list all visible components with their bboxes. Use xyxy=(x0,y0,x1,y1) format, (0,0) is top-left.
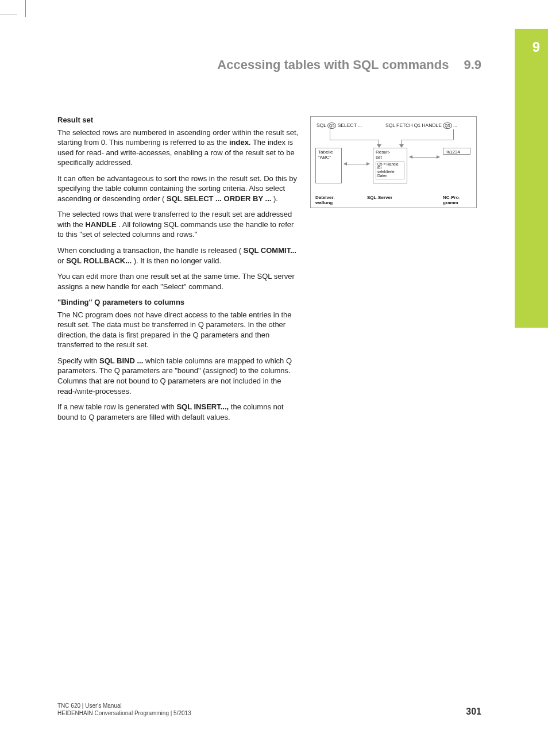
heading-binding: "Binding" Q parameters to columns xyxy=(57,297,299,308)
paragraph: You can edit more than one result set at… xyxy=(57,271,299,291)
text: If a new table row is generated with xyxy=(57,402,176,411)
text: When concluding a transaction, the handl… xyxy=(57,246,241,255)
q-circle-icon: Q5 xyxy=(443,122,451,129)
text: or xyxy=(57,256,66,265)
diagram-line xyxy=(453,129,454,140)
text: Specify with xyxy=(57,356,99,365)
chapter-tab: 9 xyxy=(515,29,548,328)
text-bold: SQL COMMIT... xyxy=(244,246,296,255)
diagram-box-handle: Q5 = Handle für selektierte Daten xyxy=(376,162,404,179)
header-title: Accessing tables with SQL commands xyxy=(217,57,449,72)
double-arrow-icon xyxy=(344,164,369,164)
text: SQL FETCH Q1 HANDLE xyxy=(385,122,443,128)
footer-line-2: HEIDENHAIN Conversational Programming | … xyxy=(57,709,191,717)
page-footer: TNC 620 | User's Manual HEIDENHAIN Conve… xyxy=(57,702,481,717)
double-arrow-icon xyxy=(410,157,439,158)
page-header: Accessing tables with SQL commands 9.9 xyxy=(57,57,481,72)
diagram-line xyxy=(330,140,379,140)
diagram-line xyxy=(401,140,453,140)
paragraph: The NC program does not have direct acce… xyxy=(57,310,299,350)
crop-mark-h xyxy=(0,14,17,14)
diagram-top-left-label: SQL Q5 SELECT ... xyxy=(317,122,362,129)
diagram-top-right-label: SQL FETCH Q1 HANDLE Q5 ... xyxy=(385,122,457,129)
text: ... xyxy=(452,122,457,128)
crop-mark-v xyxy=(25,0,26,17)
text: Result- set xyxy=(376,150,404,160)
text-bold: HANDLE xyxy=(85,220,116,229)
diagram-box-program: %1234 xyxy=(443,148,470,155)
text-column: Result set The selected rows are numbere… xyxy=(57,115,299,428)
text-bold: SQL ROLLBACK... xyxy=(66,256,132,265)
paragraph: The selected rows are numbered in ascend… xyxy=(57,128,299,168)
paragraph: When concluding a transaction, the handl… xyxy=(57,245,299,266)
diagram-label-dateiverwaltung: Dateiver- waltung xyxy=(315,195,335,205)
chapter-number: 9 xyxy=(532,39,540,55)
text: SQL xyxy=(317,122,327,128)
diagram-box-resultset: Result- set Q5 = Handle für selektierte … xyxy=(373,148,407,183)
text-bold: SQL INSERT..., xyxy=(176,402,229,411)
diagram-label-ncprogramm: NC-Pro- gramm xyxy=(443,195,460,205)
paragraph: Specify with SQL BIND ... which table co… xyxy=(57,356,299,396)
header-section: 9.9 xyxy=(464,57,481,72)
sql-diagram: SQL Q5 SELECT ... SQL FETCH Q1 HANDLE Q5… xyxy=(310,116,477,208)
diagram-label-sqlserver: SQL-Server xyxy=(367,195,392,200)
diagram-box-table: Tabelle "ABC" xyxy=(315,148,342,183)
text: SELECT ... xyxy=(336,122,362,128)
page: 9 Accessing tables with SQL commands 9.9… xyxy=(0,0,548,756)
page-number: 301 xyxy=(466,707,481,717)
footer-left: TNC 620 | User's Manual HEIDENHAIN Conve… xyxy=(57,702,191,717)
footer-line-1: TNC 620 | User's Manual xyxy=(57,702,191,709)
text-bold: SQL BIND ... xyxy=(99,356,143,365)
text-bold: index. xyxy=(229,138,251,147)
paragraph: It can often be advantageous to sort the… xyxy=(57,174,299,204)
text: ). It is then no longer valid. xyxy=(134,256,221,265)
paragraph: The selected rows that were transferred … xyxy=(57,209,299,240)
figure-column: SQL Q5 SELECT ... SQL FETCH Q1 HANDLE Q5… xyxy=(310,115,477,428)
q-circle-icon: Q5 xyxy=(327,122,336,129)
text-bold: SQL SELECT ... ORDER BY ... xyxy=(167,194,271,203)
paragraph: If a new table row is generated with SQL… xyxy=(57,402,299,422)
diagram-line xyxy=(330,129,330,140)
text: ). xyxy=(273,194,278,203)
content-area: Result set The selected rows are numbere… xyxy=(57,115,477,428)
heading-result-set: Result set xyxy=(57,115,299,125)
